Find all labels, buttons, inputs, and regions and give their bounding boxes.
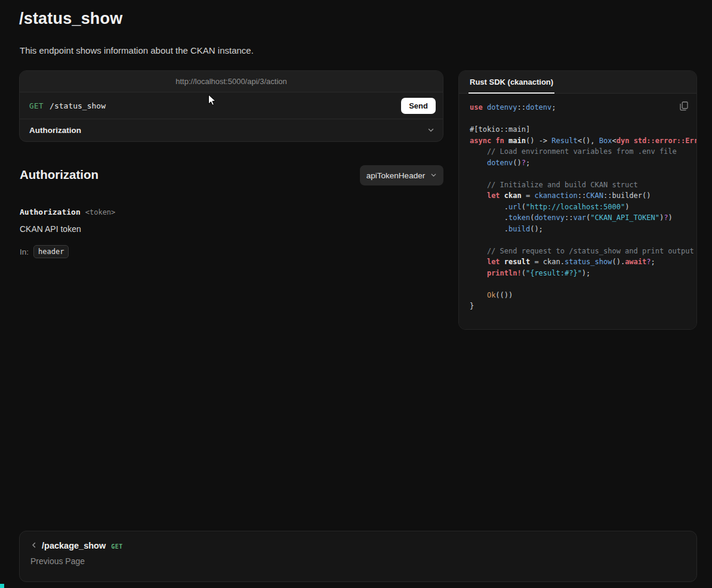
api-reference-page: /status_show This endpoint shows informa…	[0, 0, 712, 588]
authorization-accordion[interactable]: Authorization	[20, 119, 443, 141]
param-type-hint: <token>	[85, 208, 116, 216]
request-card: http://localhost:5000/api/3/action GET /…	[19, 70, 443, 142]
request-path: /status_show	[50, 101, 395, 110]
base-url: http://localhost:5000/api/3/action	[175, 77, 286, 86]
auth-scheme-select[interactable]: apiTokenHeader	[360, 165, 443, 185]
param-in-label: In:	[20, 247, 29, 256]
param-in-badge: header	[33, 245, 69, 258]
param-description: CKAN API token	[20, 224, 81, 234]
param-name: Authorization	[20, 208, 81, 216]
previous-page-row: /package_show GET	[30, 540, 686, 551]
http-method-badge: GET	[29, 101, 44, 110]
copy-icon[interactable]	[679, 100, 689, 112]
tab-rust-sdk[interactable]: Rust SDK (ckanaction)	[468, 71, 554, 94]
auth-parameter-row: Authorization<token>	[20, 206, 115, 217]
chevron-left-icon	[30, 540, 38, 551]
previous-page-method: GET	[111, 541, 123, 550]
previous-page-card[interactable]: /package_show GET Previous Page	[19, 531, 697, 582]
authorization-heading: Authorization	[20, 168, 98, 182]
code-example-panel: Rust SDK (ckanaction) use dotenvy::doten…	[458, 70, 697, 330]
code-block: use dotenvy::dotenv; #[tokio::main]async…	[459, 94, 696, 312]
previous-page-label: Previous Page	[30, 556, 686, 566]
request-row: GET /status_show Send	[20, 92, 443, 119]
code-panel-tabs: Rust SDK (ckanaction)	[459, 71, 696, 94]
base-url-bar[interactable]: http://localhost:5000/api/3/action	[20, 71, 443, 92]
chevron-down-icon	[427, 125, 434, 136]
previous-page-title: /package_show	[42, 541, 106, 550]
authorization-accordion-label: Authorization	[29, 126, 81, 135]
code-body: use dotenvy::dotenv; #[tokio::main]async…	[459, 94, 696, 329]
param-in-row: In: header	[20, 245, 69, 258]
corner-accent	[0, 584, 4, 588]
page-title: /status_show	[19, 10, 122, 28]
page-description: This endpoint shows information about th…	[20, 45, 254, 55]
chevron-down-icon	[430, 171, 437, 180]
send-button[interactable]: Send	[401, 98, 436, 114]
auth-scheme-value: apiTokenHeader	[366, 171, 425, 180]
